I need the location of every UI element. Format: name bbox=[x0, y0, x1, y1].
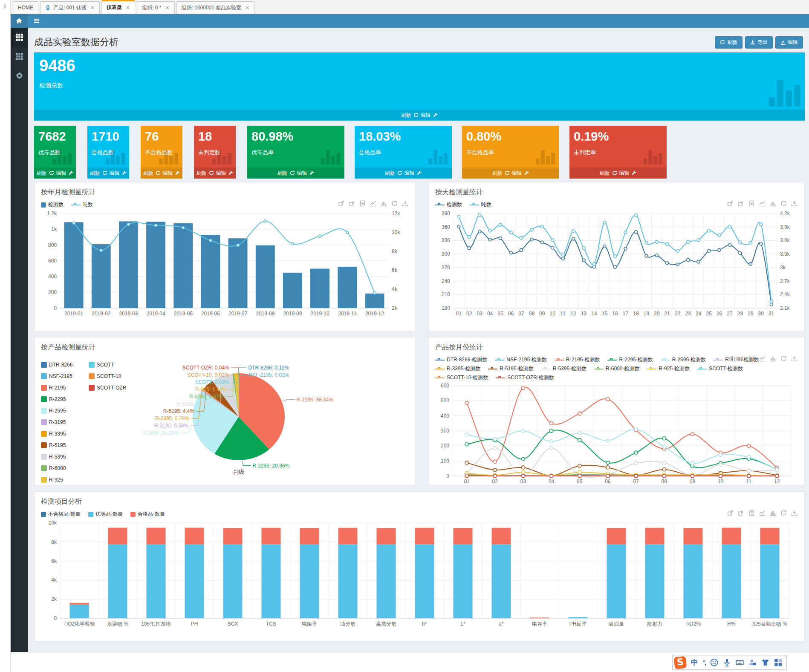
legend-item-R-2295[interactable]: R-2295 bbox=[41, 393, 89, 405]
tab-item-1[interactable]: 产品: 001 钛渣✕ bbox=[40, 1, 100, 14]
toolbox-data-view-icon[interactable] bbox=[359, 200, 366, 207]
toolbox-switch-bar-icon[interactable] bbox=[770, 355, 776, 362]
toolbox-switch-bar-icon[interactable] bbox=[770, 510, 776, 516]
expand-panel-icon[interactable] bbox=[2, 4, 7, 9]
legend-item-合格品-数量[interactable]: 合格品-数量 bbox=[130, 510, 165, 518]
toolbox-region-zoom-icon[interactable] bbox=[727, 200, 734, 207]
chinese-mode-toggle[interactable]: 中 bbox=[691, 658, 698, 667]
skin-icon[interactable] bbox=[761, 658, 769, 666]
legend-item-吨数[interactable]: 吨数 bbox=[470, 201, 491, 208]
box-footer[interactable]: 刷新编辑 bbox=[34, 110, 805, 121]
tab-close-icon[interactable]: ✕ bbox=[165, 5, 170, 11]
legend-item-检测数[interactable]: 检测数 bbox=[41, 201, 64, 208]
legend-item-SCOTT[interactable]: SCOTT bbox=[89, 359, 140, 370]
legend-item-检测数[interactable]: 检测数 bbox=[435, 201, 462, 208]
sidebar-item-modules-grid[interactable] bbox=[11, 47, 28, 66]
toolbox-switch-line-icon[interactable] bbox=[759, 510, 766, 516]
card-footer[interactable]: 刷新编辑 bbox=[569, 167, 667, 179]
legend-item-SCOTT-10-检测数[interactable]: SCOTT-10-检测数 bbox=[435, 374, 488, 381]
legend-item-NSF-2195[interactable]: NSF-2195 bbox=[41, 370, 89, 382]
sidebar-item-settings-gear[interactable] bbox=[11, 66, 28, 85]
chart-canvas[interactable]: 02k4k6k8k10kTIO2化学检验水溶物 %105℃挥发物PHSCXTCS… bbox=[35, 518, 804, 634]
card-footer[interactable]: 刷新编辑 bbox=[247, 167, 344, 179]
tab-item-3[interactable]: 组织: 0 *✕ bbox=[137, 1, 174, 14]
legend-item-R-6000[interactable]: R-6000 bbox=[41, 462, 89, 474]
legend-item-R-925-检测数[interactable]: R-925-检测数 bbox=[647, 365, 690, 372]
account-icon[interactable] bbox=[748, 658, 757, 666]
punctuation-toggle[interactable]: °, bbox=[703, 659, 705, 666]
legend-item-R-5395-检测数[interactable]: R-5395-检测数 bbox=[541, 365, 587, 372]
tab-close-icon[interactable]: ✕ bbox=[126, 5, 130, 11]
toolbox-restore-icon[interactable] bbox=[780, 510, 787, 516]
toolbox-grid-icon[interactable] bbox=[774, 658, 782, 666]
toolbox-data-view-icon[interactable] bbox=[748, 510, 755, 516]
legend-item-不合格品-数量[interactable]: 不合格品-数量 bbox=[41, 510, 81, 518]
toolbox-switch-bar-icon[interactable] bbox=[770, 200, 776, 207]
legend-item-R-2295-检测数[interactable]: R-2295-检测数 bbox=[607, 356, 653, 363]
sogou-logo[interactable]: S bbox=[673, 656, 687, 669]
legend-item-R-2195-检测数[interactable]: R-2195-检测数 bbox=[555, 356, 600, 363]
toolbox-zoom-reset-icon[interactable] bbox=[738, 510, 744, 516]
tab-home[interactable]: HOME bbox=[13, 1, 38, 14]
toolbox-save-image-icon[interactable] bbox=[791, 355, 797, 362]
toolbox-restore-icon[interactable] bbox=[391, 200, 398, 207]
toolbox-save-image-icon[interactable] bbox=[402, 200, 408, 207]
legend-item-R-3195[interactable]: R-3195 bbox=[41, 416, 89, 428]
tab-close-icon[interactable]: ✕ bbox=[90, 5, 95, 11]
toolbox-save-image-icon[interactable] bbox=[791, 510, 797, 516]
legend-item-NSF-2195-检测数[interactable]: NSF-2195-检测数 bbox=[495, 356, 547, 363]
legend-item-R-5395[interactable]: R-5395 bbox=[41, 451, 89, 462]
toolbox-zoom-reset-icon[interactable] bbox=[738, 355, 744, 362]
toolbox-region-zoom-icon[interactable] bbox=[727, 355, 734, 362]
toolbox-restore-icon[interactable] bbox=[780, 200, 787, 207]
card-footer[interactable]: 刷新编辑 bbox=[194, 167, 236, 179]
legend-item-R-6000-检测数[interactable]: R-6000-检测数 bbox=[594, 365, 639, 372]
legend-item-SCOTT-检测数[interactable]: SCOTT-检测数 bbox=[697, 365, 743, 372]
toolbox-zoom-reset-icon[interactable] bbox=[349, 200, 355, 207]
legend-item-DTR-8266[interactable]: DTR-8266 bbox=[41, 359, 89, 370]
tab-item-4[interactable]: 组织: 1000001 粗品实验室✕ bbox=[176, 1, 255, 14]
toolbox-data-view-icon[interactable] bbox=[748, 355, 755, 362]
card-footer[interactable]: 刷新编辑 bbox=[141, 167, 182, 179]
toolbox-switch-line-icon[interactable] bbox=[759, 200, 766, 207]
legend-item-优等品-数量[interactable]: 优等品-数量 bbox=[88, 510, 123, 518]
microphone-icon[interactable] bbox=[723, 658, 731, 666]
card-footer[interactable]: 刷新编辑 bbox=[355, 167, 452, 179]
toolbox-restore-icon[interactable] bbox=[780, 355, 787, 362]
toolbox-region-zoom-icon[interactable] bbox=[338, 200, 344, 207]
tab-dashboard[interactable]: 仪表盘✕ bbox=[101, 0, 135, 14]
toolbox-data-view-icon[interactable] bbox=[748, 200, 755, 207]
legend-item-R-5195-检测数[interactable]: R-5195-检测数 bbox=[488, 365, 533, 372]
legend-item-R-3395-检测数[interactable]: R-3395-检测数 bbox=[435, 365, 480, 372]
emoji-icon[interactable] bbox=[710, 658, 718, 666]
legend-item-R-2195[interactable]: R-2195 bbox=[41, 382, 89, 393]
legend-item-SCOTT-OZR[interactable]: SCOTT-OZR bbox=[89, 382, 140, 393]
card-footer[interactable]: 刷新编辑 bbox=[87, 167, 129, 179]
legend-item-SCOTT-10[interactable]: SCOTT-10 bbox=[89, 370, 140, 382]
legend-item-R-2595[interactable]: R-2595 bbox=[41, 405, 89, 416]
card-footer[interactable]: 刷新编辑 bbox=[34, 167, 76, 179]
refresh-button[interactable]: 刷新 bbox=[715, 36, 743, 49]
edit-button[interactable]: 编辑 bbox=[775, 36, 803, 49]
toolbox-switch-line-icon[interactable] bbox=[370, 200, 376, 207]
chart-canvas[interactable]: 1802102402703003303603902.1k2.4k2.7k3k3.… bbox=[429, 208, 804, 322]
sidebar-toggle-icon[interactable] bbox=[33, 17, 40, 24]
toolbox-region-zoom-icon[interactable] bbox=[727, 510, 734, 516]
pie-canvas[interactable]: DTR-8266: 0.11%NSF-2195: 0.02%R-2195: 38… bbox=[138, 352, 413, 485]
legend-item-R-3395[interactable]: R-3395 bbox=[41, 428, 89, 439]
tab-close-icon[interactable]: ✕ bbox=[245, 5, 249, 11]
chart-canvas[interactable]: 02004006008001k1.2k2k4k6k8k10k12k2019-01… bbox=[35, 208, 415, 322]
logo-home[interactable] bbox=[11, 14, 28, 28]
toolbox-switch-bar-icon[interactable] bbox=[381, 200, 387, 207]
sidebar-item-dashboard-grid[interactable] bbox=[11, 28, 28, 47]
legend-item-SCOTT-OZR-检测数[interactable]: SCOTT-OZR-检测数 bbox=[496, 374, 554, 381]
toolbox-switch-line-icon[interactable] bbox=[759, 355, 766, 362]
legend-item-R-925[interactable]: R-925 bbox=[41, 474, 89, 485]
toolbox-save-image-icon[interactable] bbox=[791, 200, 797, 207]
legend-item-R-2595-检测数[interactable]: R-2595-检测数 bbox=[661, 356, 706, 363]
card-footer[interactable]: 刷新编辑 bbox=[462, 167, 559, 179]
legend-item-吨数[interactable]: 吨数 bbox=[71, 201, 93, 208]
chart-canvas[interactable]: 0100200300400500600010203040506070809101… bbox=[429, 381, 804, 489]
keyboard-icon[interactable] bbox=[736, 658, 744, 666]
legend-item-DTR-8266-检测数[interactable]: DTR-8266-检测数 bbox=[435, 356, 487, 363]
